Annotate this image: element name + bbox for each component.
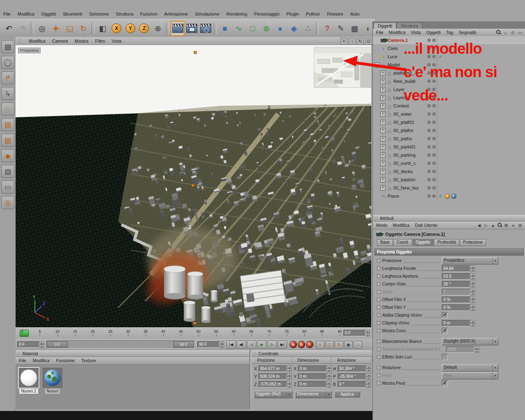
viewport-menu-camere[interactable]: Camere [52, 39, 68, 43]
menu-python[interactable]: Python [306, 11, 320, 16]
panel-grip[interactable] [17, 352, 20, 356]
visibility-dot-icon[interactable] [427, 162, 431, 165]
attribute-value[interactable]: 0 % [442, 304, 470, 311]
material-nuovo[interactable]: Nuovo [43, 368, 62, 394]
keyframe-dot-icon[interactable] [377, 267, 381, 270]
parent-object-icon[interactable]: ▲ [490, 222, 496, 228]
record-options-icon[interactable]: ? [306, 341, 313, 348]
zoom-view-icon[interactable]: ↕ [349, 38, 356, 45]
panel-grip[interactable] [374, 216, 377, 220]
spinner-arrows[interactable]: ▲▼ [327, 381, 331, 388]
object-name[interactable]: 00_platf01 [393, 120, 414, 125]
visibility-dot-icon[interactable] [432, 112, 436, 116]
play-icon[interactable]: ▶ [257, 340, 267, 349]
spinner-arrows[interactable]: ▲▼ [327, 373, 331, 380]
tree-item-00-parking[interactable]: +△00_parking [373, 151, 525, 159]
visibility-dot-icon[interactable] [427, 153, 431, 157]
viewport-menu-modifica[interactable]: Modifica [29, 39, 46, 43]
range-end-grip[interactable]: 90 F [173, 341, 194, 348]
attribute-value[interactable]: 0 % [442, 297, 470, 303]
range-start-grip[interactable]: 0 F [47, 341, 68, 348]
record-keyframe-icon[interactable]: ● [290, 341, 297, 348]
snap-settings-icon[interactable]: ◎ [1, 196, 14, 209]
keyframe-dot-icon[interactable] [377, 321, 381, 325]
attributes-menu-modifica[interactable]: Modifica [393, 223, 410, 228]
perspective-viewport[interactable]: YXZ Prospettiva [16, 45, 371, 327]
visibility-dot-icon[interactable] [427, 129, 431, 132]
keyframe-dot-icon[interactable] [377, 355, 381, 359]
attribute-value[interactable]: 53.5 [442, 273, 470, 280]
make-editable-icon[interactable]: ▤ [1, 40, 14, 53]
spinner-arrows[interactable]: ▲▼ [365, 330, 370, 336]
keyframe-dot-icon[interactable] [377, 366, 381, 370]
manager-tab-oggetti[interactable]: Oggetti [374, 23, 396, 29]
tree-item-piano[interactable]: +▭Piano✓ [373, 192, 525, 200]
end-frame-field[interactable]: 90 F▲▼ [197, 341, 224, 348]
coordinate-value[interactable]: -575.052 m [258, 381, 287, 388]
autokey-icon[interactable]: ◎ [298, 341, 305, 348]
timeline-frame-field[interactable]: 0 F▲▼ [343, 330, 370, 336]
viewport-menu-filtro[interactable]: Filtro [95, 39, 105, 43]
expand-toggle-icon[interactable]: + [380, 136, 386, 142]
current-frame-value[interactable]: 0 F [17, 341, 39, 348]
visibility-dot-icon[interactable] [427, 137, 431, 140]
previous-frame-icon[interactable]: ◁ [247, 340, 256, 349]
add-deformer-icon[interactable]: ◆ [288, 21, 301, 36]
undo-icon[interactable]: ↶ [2, 21, 16, 36]
visibility-dot-icon[interactable] [432, 129, 436, 132]
expand-toggle-icon[interactable]: + [380, 144, 386, 150]
visibility-dot-icon[interactable] [432, 178, 436, 181]
menu-auto[interactable]: Auto [350, 11, 360, 16]
spinner-arrows[interactable]: ▲▼ [287, 365, 292, 372]
key-position-icon[interactable]: + [316, 341, 324, 349]
texture-tag-icon[interactable] [451, 194, 457, 199]
keyframe-dot-icon[interactable] [377, 374, 381, 377]
visibility-dot-icon[interactable] [427, 121, 431, 124]
spreadsheet-icon[interactable]: ▦ [348, 21, 361, 36]
expand-toggle-icon[interactable]: + [380, 79, 386, 84]
spinner-arrows[interactable]: ▲▼ [470, 304, 475, 311]
target-icon[interactable]: ⊙ [510, 30, 516, 35]
attribute-tab-profondit[interactable]: Profondità [434, 239, 459, 246]
spinner-arrows[interactable]: ▲▼ [39, 341, 44, 348]
attribute-tab-base[interactable]: Base [377, 239, 393, 246]
panel-icon[interactable]: ▭ [517, 30, 523, 35]
visibility-dot-icon[interactable] [427, 112, 431, 116]
keyframe-dot-icon[interactable] [377, 329, 381, 333]
spinner-arrows[interactable]: ▲▼ [470, 320, 475, 326]
current-frame-field[interactable]: 0 F▲▼ [17, 341, 44, 348]
spinner-campo-vista[interactable]: 35 °▲▼ [442, 281, 475, 288]
spinner-arrows[interactable]: ▲▼ [366, 365, 371, 372]
attribute-tab-oggetto[interactable]: Oggetto [413, 239, 434, 246]
tree-item-00-platf01[interactable]: +△00_platf01 [373, 118, 525, 126]
spinner-arrows[interactable]: ▲▼ [287, 381, 292, 388]
object-axis-icon[interactable]: ↱ [1, 71, 14, 84]
coordinate-value[interactable]: 954.677 m [258, 365, 287, 372]
expand-toggle-icon[interactable]: + [380, 177, 386, 183]
dropdown-bilanciamento-bianco[interactable]: Daylight (6500 K)▼ [442, 338, 498, 345]
object-name[interactable]: Layer [393, 87, 405, 92]
visibility-dot-icon[interactable] [427, 170, 431, 173]
tree-item-00-new-bui[interactable]: +△00_New_bui [373, 184, 525, 192]
object-manager-menu-vista[interactable]: Vista [411, 30, 421, 35]
animation-mode-icon[interactable]: ◆ [1, 149, 14, 162]
materials-menu-funzione[interactable]: Funzione [56, 358, 75, 363]
expand-toggle-icon[interactable]: + [380, 71, 386, 76]
annotate-pen-icon[interactable]: ✎ [334, 21, 347, 36]
previous-key-icon[interactable]: ◀| [237, 340, 246, 349]
model-mode-icon[interactable]: ◯ [1, 56, 14, 69]
add-array-icon[interactable]: ⊛ [260, 21, 273, 36]
key-scale-icon[interactable]: ◱ [325, 341, 334, 349]
render-picture-viewer-icon[interactable] [185, 21, 199, 36]
keyframe-dot-icon[interactable] [377, 274, 381, 278]
checkbox-abilita-clipping-vicino[interactable]: ✓ [442, 312, 448, 318]
attribute-tab-coord[interactable]: Coord. [393, 239, 412, 246]
keyframe-dot-icon[interactable] [377, 306, 381, 309]
polygons-mode-icon[interactable]: ▧ [1, 134, 14, 147]
checkbox-mostra-cono[interactable]: ✓ [442, 328, 448, 334]
visibility-dot-icon[interactable] [432, 162, 436, 165]
menu-animazione[interactable]: Animazione [164, 11, 187, 16]
object-name[interactable]: Cielo [388, 46, 398, 51]
attribute-value[interactable]: 0 m [442, 320, 470, 326]
spinner-arrows[interactable]: ▲▼ [219, 341, 224, 348]
